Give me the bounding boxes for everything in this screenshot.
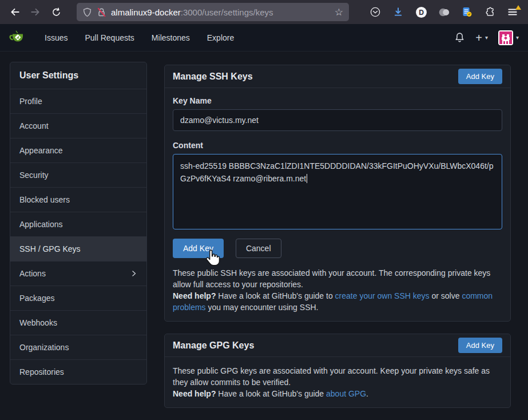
url-host: almalinux9-docker	[111, 7, 181, 17]
sidebar-item-ssh-gpg-keys[interactable]: SSH / GPG Keys	[10, 237, 146, 261]
ssh-header-add-key-button[interactable]: Add Key	[458, 69, 502, 84]
site-navbar: Issues Pull Requests Milestones Explore …	[0, 24, 528, 51]
sidebar-item-appearance[interactable]: Appearance	[10, 138, 146, 163]
sidebar-item-blocked-users[interactable]: Blocked users	[10, 188, 146, 212]
need-help-label: Need help?	[173, 291, 216, 300]
cancel-button[interactable]: Cancel	[236, 239, 281, 258]
about-gpg-link[interactable]: about GPG	[326, 389, 366, 398]
gray-circles-icon	[438, 6, 450, 18]
gpg-help-text: These public GPG keys are associated wit…	[173, 365, 502, 399]
notifications-button[interactable]	[454, 32, 465, 43]
refresh-icon	[51, 7, 61, 17]
gpg-panel-title: Manage GPG Keys	[173, 340, 254, 351]
key-name-input[interactable]	[173, 109, 502, 131]
gpg-panel-header: Manage GPG Keys Add Key	[165, 334, 510, 357]
menu-alert-badge	[515, 5, 521, 10]
gitea-logo[interactable]	[9, 29, 26, 46]
ssh-help-text: These public SSH keys are associated wit…	[173, 267, 502, 313]
document-badge-icon	[461, 6, 473, 18]
bookmark-star-icon[interactable]: ☆	[335, 7, 343, 17]
sidebar-item-applications[interactable]: Applications	[10, 212, 146, 237]
doc-checker-extension-button[interactable]	[457, 3, 477, 21]
refresh-button[interactable]	[47, 3, 65, 21]
back-button[interactable]	[6, 3, 24, 21]
shield-icon[interactable]	[82, 7, 92, 17]
settings-main: Manage SSH Keys Add Key Key Name Content…	[164, 65, 511, 408]
content-label: Content	[173, 141, 502, 150]
ssh-panel-body: Key Name Content ssh-ed25519 BBBBC3NzaC1…	[165, 88, 510, 321]
sidebar-item-account[interactable]: Account	[10, 114, 146, 138]
gpg-panel-body: These public GPG keys are associated wit…	[165, 357, 510, 407]
sidebar-item-webhooks[interactable]: Webhooks	[10, 311, 146, 335]
url-text[interactable]: almalinux9-docker:3000/user/settings/key…	[111, 7, 330, 17]
add-key-submit-button[interactable]: Add Key	[173, 239, 224, 258]
pocket-icon	[370, 6, 381, 18]
user-menu-dropdown[interactable]: ▾	[498, 30, 519, 45]
plus-icon: +	[475, 32, 482, 43]
gpg-header-add-key-button[interactable]: Add Key	[458, 338, 502, 353]
chevron-down-icon: ▾	[485, 34, 488, 41]
content-textarea[interactable]: ssh-ed25519 BBBBC3NzaC1lZDI1NTE5DDDDIDAN…	[173, 154, 502, 229]
downloads-button[interactable]	[388, 3, 408, 21]
nav-link-pull-requests[interactable]: Pull Requests	[78, 29, 141, 47]
sidebar-item-repositories[interactable]: Repositories	[10, 360, 146, 384]
sidebar-title: User Settings	[10, 62, 146, 89]
key-name-label: Key Name	[173, 96, 502, 105]
sidebar-item-security[interactable]: Security	[10, 163, 146, 188]
sidebar-item-packages[interactable]: Packages	[10, 286, 146, 311]
ssh-panel-header: Manage SSH Keys Add Key	[165, 65, 510, 88]
user-avatar	[498, 30, 513, 45]
nav-link-milestones[interactable]: Milestones	[145, 29, 197, 47]
ssh-form-buttons: Add Key Cancel	[173, 239, 502, 258]
forward-icon	[30, 7, 41, 17]
need-help-label: Need help?	[173, 389, 216, 398]
nav-link-explore[interactable]: Explore	[200, 29, 241, 47]
url-path: :3000/user/settings/keys	[181, 7, 273, 17]
sidebar-item-actions[interactable]: Actions	[10, 261, 146, 286]
settings-page: User Settings Profile Account Appearance…	[0, 51, 528, 408]
bell-icon	[454, 32, 465, 43]
navbar-right: + ▾ ▾	[454, 30, 519, 45]
gpg-keys-panel: Manage GPG Keys Add Key These public GPG…	[164, 334, 511, 408]
download-icon	[393, 7, 403, 17]
create-new-dropdown[interactable]: + ▾	[475, 32, 488, 43]
url-bar[interactable]: almalinux9-docker:3000/user/settings/key…	[77, 3, 349, 21]
pocket-button[interactable]	[366, 3, 385, 21]
browser-extension-area: D	[366, 3, 522, 21]
create-ssh-keys-link[interactable]: create your own SSH keys	[335, 291, 430, 300]
nav-link-issues[interactable]: Issues	[38, 29, 74, 47]
menu-button[interactable]	[503, 3, 522, 21]
ssh-keys-panel: Manage SSH Keys Add Key Key Name Content…	[164, 65, 511, 322]
sidebar-item-organizations[interactable]: Organizations	[10, 335, 146, 360]
d-circle-icon: D	[415, 6, 427, 18]
insecure-lock-icon[interactable]	[97, 7, 106, 17]
forward-button[interactable]	[26, 3, 45, 21]
svg-text:D: D	[419, 8, 424, 16]
browser-toolbar: almalinux9-docker:3000/user/settings/key…	[0, 0, 528, 24]
sidebar-item-profile[interactable]: Profile	[10, 89, 146, 114]
chevron-down-icon: ▾	[516, 34, 519, 41]
account-extension-button[interactable]: D	[411, 3, 431, 21]
settings-sidebar: User Settings Profile Account Appearance…	[10, 62, 147, 385]
ssh-panel-title: Manage SSH Keys	[173, 72, 253, 82]
puzzle-icon	[484, 6, 495, 18]
content-text: ssh-ed25519 BBBBC3NzaC1lZDI1NTE5DDDDIDAN…	[180, 161, 494, 183]
extensions-button[interactable]	[480, 3, 499, 21]
back-icon	[10, 7, 20, 17]
text-caret	[307, 174, 307, 183]
chevron-right-icon	[130, 270, 137, 277]
circles-extension-button[interactable]	[434, 3, 454, 21]
